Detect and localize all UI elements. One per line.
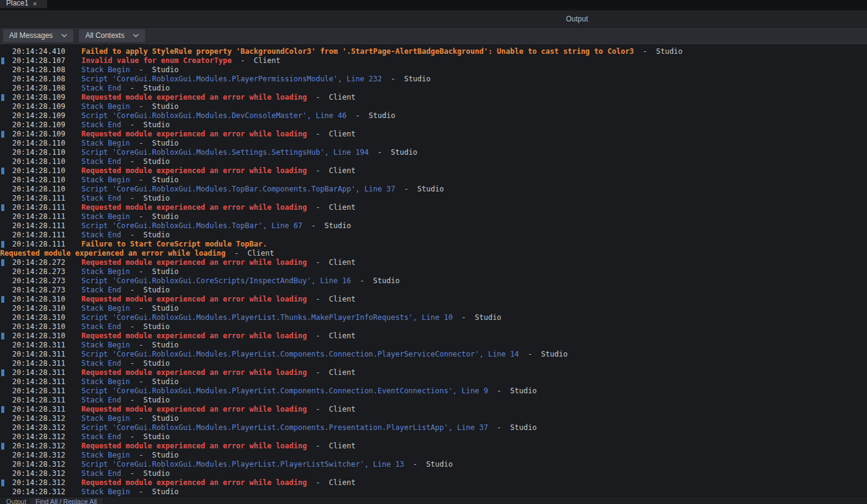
log-row[interactable]: 20:14:28.312Requested module experienced… [0,442,867,451]
log-message: Stack Begin [81,414,130,423]
log-row[interactable]: 20:14:28.110Stack Begin - Studio [0,139,867,148]
log-message: Requested module experienced an error wh… [81,93,307,102]
log-context: - Client [307,368,355,377]
bottom-tab-output[interactable]: Output [0,498,32,504]
log-context: - Studio [488,423,537,432]
log-message: Script 'CoreGui.RobloxGui.Modules.TopBar… [81,221,302,230]
messages-filter-dropdown[interactable]: All Messages [3,29,73,42]
log-message: Stack Begin [81,304,130,313]
log-row[interactable]: 20:14:28.108Script 'CoreGui.RobloxGui.Mo… [0,75,867,84]
contexts-filter-label: All Contexts [85,31,124,40]
log-message: Script 'CoreGui.RobloxGui.Modules.Player… [81,460,404,469]
log-timestamp: 20:14:28.312 [12,414,81,423]
log-message: Script 'CoreGui.RobloxGui.Modules.Settin… [81,148,369,157]
log-row[interactable]: 20:14:28.312Stack End - Studio [0,432,867,442]
log-timestamp: 20:14:28.111 [12,240,81,249]
contexts-filter-dropdown[interactable]: All Contexts [79,29,145,42]
log-row[interactable]: 20:14:28.107Invalid value for enum Creat… [0,56,867,65]
log-row[interactable]: 20:14:28.110Stack Begin - Studio [0,176,867,185]
log-timestamp: 20:14:28.312 [12,478,81,487]
log-timestamp: 20:14:24.410 [12,47,81,56]
log-row[interactable]: 20:14:28.111Script 'CoreGui.RobloxGui.Mo… [0,221,867,231]
log-row[interactable]: 20:14:28.111Requested module experienced… [0,203,867,212]
log-row[interactable]: 20:14:28.310Requested module experienced… [0,295,867,304]
log-row[interactable]: 20:14:28.109Requested module experienced… [0,93,867,102]
log-row[interactable]: 20:14:28.310Requested module experienced… [0,332,867,341]
log-row[interactable]: Requested module experienced an error wh… [0,249,867,258]
chevron-down-icon [61,34,67,37]
log-message: Stack End [81,322,121,331]
error-gutter-marker [1,94,4,101]
log-row[interactable]: 20:14:28.311Script 'CoreGui.RobloxGui.Mo… [0,387,867,396]
log-timestamp: 20:14:28.110 [12,176,81,185]
log-row[interactable]: 20:14:28.312Script 'CoreGui.RobloxGui.Mo… [0,423,867,432]
log-row[interactable]: 20:14:28.108Stack End - Studio [0,84,867,93]
log-row[interactable]: 20:14:28.111Stack End - Studio [0,194,867,203]
log-message: Stack End [81,396,121,404]
log-message: Requested module experienced an error wh… [81,442,307,450]
log-timestamp: 20:14:28.310 [12,322,81,332]
log-row[interactable]: 20:14:28.273Stack Begin - Studio [0,267,867,276]
log-row[interactable]: 20:14:28.312Stack Begin - Studio [0,451,867,460]
log-timestamp: 20:14:28.312 [12,460,81,469]
log-row[interactable]: 20:14:28.272Requested module experienced… [0,258,867,267]
log-row[interactable]: 20:14:28.312Requested module experienced… [0,478,867,487]
log-message: Stack Begin [81,451,130,459]
log-timestamp: 20:14:28.272 [12,258,81,267]
log-timestamp: 20:14:28.111 [12,194,81,203]
log-row[interactable]: 20:14:28.310Stack End - Studio [0,322,867,332]
log-row[interactable]: 20:14:28.108Stack Begin - Studio [0,65,867,75]
log-message: Script 'CoreGui.RobloxGui.Modules.Player… [81,313,453,322]
log-row[interactable]: 20:14:28.312Stack End - Studio [0,469,867,478]
log-row[interactable]: 20:14:28.109Script 'CoreGui.RobloxGui.Mo… [0,111,867,120]
log-row[interactable]: 20:14:28.312Stack Begin - Studio [0,487,867,497]
output-toolbar: All Messages All Contexts [0,28,867,44]
bottom-dock-bar: Output Find All / Replace All [0,496,867,504]
log-row[interactable]: 20:14:24.410Failed to apply StyleRule pr… [0,47,867,56]
log-message: Stack Begin [81,377,130,386]
log-row[interactable]: 20:14:28.312Script 'CoreGui.RobloxGui.Mo… [0,460,867,469]
log-row[interactable]: 20:14:28.110Script 'CoreGui.RobloxGui.Mo… [0,148,867,157]
log-row[interactable]: 20:14:28.311Requested module experienced… [0,405,867,414]
log-context: - Studio [121,231,169,239]
log-row[interactable]: 20:14:28.109Stack Begin - Studio [0,102,867,111]
log-row[interactable]: 20:14:28.110Script 'CoreGui.RobloxGui.Mo… [0,185,867,194]
log-context: - Studio [346,111,395,120]
log-timestamp: 20:14:28.310 [12,295,81,304]
log-row[interactable]: 20:14:28.111Stack End - Studio [0,231,867,240]
log-row[interactable]: 20:14:28.311Stack Begin - Studio [0,377,867,387]
log-row[interactable]: 20:14:28.311Stack End - Studio [0,396,867,405]
log-row[interactable]: 20:14:28.109Stack End - Studio [0,120,867,130]
log-timestamp: 20:14:28.312 [12,442,81,451]
error-gutter-marker [1,369,4,376]
log-timestamp: 20:14:28.111 [12,212,81,221]
log-row[interactable]: 20:14:28.311Requested module experienced… [0,368,867,377]
log-timestamp: 20:14:28.312 [12,487,81,497]
bottom-tab-find-all-replace-all[interactable]: Find All / Replace All [29,498,103,504]
log-rows[interactable]: 20:14:24.410Failed to apply StyleRule pr… [0,44,867,497]
log-message: Requested module experienced an error wh… [81,368,307,377]
log-row[interactable]: 20:14:28.111Failure to Start CoreScript … [0,240,867,249]
log-row[interactable]: 20:14:28.273Script 'CoreGui.RobloxGui.Co… [0,276,867,286]
log-context: - Studio [121,120,169,129]
log-row[interactable]: 20:14:28.311Script 'CoreGui.RobloxGui.Mo… [0,350,867,359]
log-context: - Studio [121,359,169,368]
studio-window: Place1 × Output All Messages All Context… [0,0,867,504]
close-icon[interactable]: × [33,1,37,7]
chevron-down-icon [133,34,139,37]
log-row[interactable]: 20:14:28.111Stack Begin - Studio [0,212,867,221]
log-context: - Studio [488,387,537,395]
log-row[interactable]: 20:14:28.311Stack End - Studio [0,359,867,368]
log-context: - Studio [351,276,400,285]
tab-place1[interactable]: Place1 × [0,0,47,8]
log-row[interactable]: 20:14:28.109Requested module experienced… [0,130,867,139]
log-row[interactable]: 20:14:28.110Requested module experienced… [0,166,867,176]
log-row[interactable]: 20:14:28.310Script 'CoreGui.RobloxGui.Mo… [0,313,867,322]
log-row[interactable]: 20:14:28.312Stack Begin - Studio [0,414,867,423]
log-row[interactable]: 20:14:28.311Stack Begin - Studio [0,341,867,350]
log-row[interactable]: 20:14:28.110Stack End - Studio [0,157,867,166]
log-row[interactable]: 20:14:28.310Stack Begin - Studio [0,304,867,313]
error-gutter-marker [1,57,4,64]
log-message: Requested module experienced an error wh… [81,130,307,138]
log-row[interactable]: 20:14:28.273Stack End - Studio [0,286,867,295]
